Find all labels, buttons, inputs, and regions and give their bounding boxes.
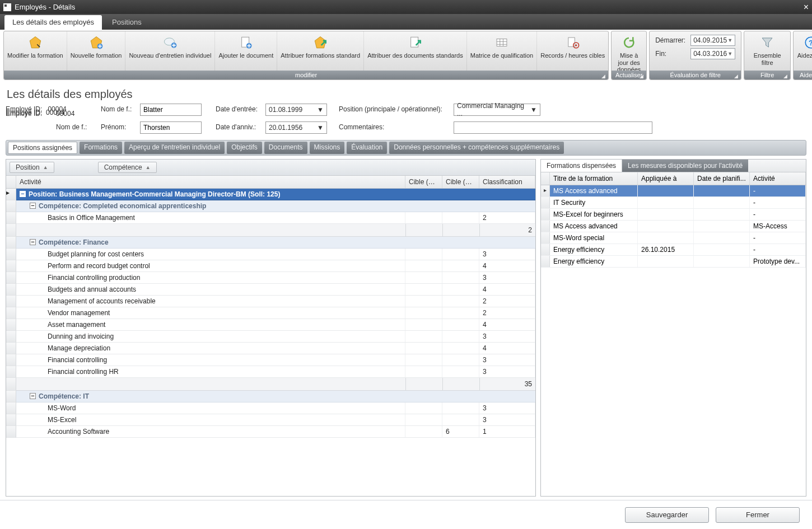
badge-plus-icon [88,35,104,50]
group-by-competence[interactable]: Compétence▲ [98,162,157,173]
rtab-formations-dispensees[interactable]: Formations dispensées [541,160,622,172]
table-row[interactable]: Management of accounts receivable2 [16,296,535,307]
row-indicator[interactable] [6,200,16,212]
tab-positions[interactable]: Positions [104,15,150,30]
row-indicator[interactable] [6,354,16,366]
rtab-mesures-disponibles[interactable]: Les mesures disponibles pour l'activité [622,160,748,172]
table-row[interactable]: Financial controlling3 [16,354,535,366]
subtab-positions-assignees[interactable]: Positions assignées [8,142,77,154]
row-indicator[interactable] [6,237,16,249]
sort-asc-icon: ▲ [43,165,48,170]
row-indicator[interactable] [6,272,16,284]
rcol-plan-date[interactable]: Date de planifi... [694,172,750,185]
subtab-objectives[interactable]: Objectifs [227,142,262,154]
row-indicator[interactable] [6,378,16,391]
group-row-competence[interactable]: −Compétence: Finance [16,237,535,249]
rcol-applied[interactable]: Appliquée à [638,172,694,185]
activities-grid: Position▲ Compétence▲ Activité Cible (h)… [6,159,536,497]
training-row[interactable]: MS-Excel for beginners- [541,209,806,221]
position-select[interactable]: Commercial Managing ...▼ [454,104,540,116]
entry-date-picker[interactable]: 01.08.1999▼ [265,104,327,116]
col-classification[interactable]: Classification [479,176,535,188]
table-row[interactable]: Manage depreciation4 [16,343,535,354]
table-row[interactable]: MS-Word3 [16,402,535,414]
training-row[interactable]: Energy efficiencyPrototype dev... [541,256,806,268]
row-indicator[interactable] [6,391,16,402]
group-row-competence[interactable]: −Compétence: Completed economical appren… [16,200,535,212]
row-indicator[interactable] [6,260,16,272]
col-cible1[interactable]: Cible (h)... [405,176,442,188]
table-row[interactable]: Financial controlling production3 [16,272,535,284]
save-button[interactable]: Sauvegarder [625,507,709,523]
collapse-icon[interactable]: − [30,239,36,245]
group-row-competence[interactable]: −Compétence: IT [16,391,535,402]
subtab-evaluation[interactable]: Évaluation [347,142,387,154]
firstname-field[interactable] [140,121,202,134]
table-row[interactable]: Asset management4 [16,319,535,331]
collapse-icon[interactable]: − [30,393,36,399]
row-indicator[interactable] [6,212,16,224]
col-activity[interactable]: Activité [16,176,405,188]
subtab-missions[interactable]: Missions [310,142,345,154]
end-date-picker[interactable]: 04.03.2016▼ [690,48,735,59]
group-launcher-icon[interactable]: ◢ [640,73,645,79]
col-cible2[interactable]: Cible (h)... [442,176,479,188]
tab-employee-details[interactable]: Les détails des employés [4,15,102,30]
table-row[interactable]: Accounting Software61 [16,426,535,438]
group-by-position[interactable]: Position▲ [10,162,54,173]
rcol-title[interactable]: Titre de la formation [550,172,638,185]
row-indicator[interactable] [6,426,16,438]
training-row[interactable]: Energy efficiency26.10.2015- [541,244,806,256]
table-row[interactable]: Vendor management2 [16,307,535,319]
table-row[interactable]: MS-Excel3 [16,414,535,426]
help-icon: ? [803,35,812,50]
collapse-icon[interactable]: − [20,191,26,197]
birth-date-picker[interactable]: 20.01.1956▼ [265,121,327,134]
group-launcher-icon[interactable]: ◢ [601,73,607,79]
table-row[interactable]: Perform and record budget control4 [16,260,535,272]
row-indicator[interactable] [6,296,16,307]
row-indicator[interactable] [6,366,16,378]
lastname-field[interactable] [140,104,202,116]
row-indicator[interactable] [6,319,16,331]
group-launcher-icon[interactable]: ◢ [783,73,789,79]
row-indicator[interactable] [6,249,16,260]
ribbon-group-modifier: modifier [4,71,608,79]
table-row[interactable]: Financial controlling HR3 [16,366,535,378]
training-row[interactable]: ▸MS Access advanced- [541,185,806,197]
svg-text:?: ? [809,39,812,47]
subtab-personal-data[interactable]: Données personnelles + compétences suppl… [389,142,564,154]
report-target-icon [565,35,581,50]
subtab-documents[interactable]: Documents [264,142,307,154]
comments-field[interactable] [454,121,652,134]
row-indicator[interactable] [6,224,16,237]
close-icon[interactable]: × [804,2,809,12]
close-button[interactable]: Fermer [716,507,800,523]
row-indicator[interactable] [6,331,16,343]
subtab-interview-overview[interactable]: Aperçu de l'entretien individuel [124,142,225,154]
table-row[interactable]: Budget planning for cost centers3 [16,249,535,260]
table-row[interactable]: Dunning and invoicing3 [16,331,535,343]
group-row-position[interactable]: −Position: Business Management-Commercia… [16,189,535,200]
row-indicator[interactable] [6,307,16,319]
row-indicator[interactable]: ▸ [6,189,16,200]
rcol-activity[interactable]: Activité [750,172,806,185]
row-indicator[interactable] [6,284,16,296]
collapse-icon[interactable]: − [30,203,36,209]
subtab-formations[interactable]: Formations [80,142,122,154]
row-indicator[interactable] [6,414,16,426]
page-title: Les détails des employés [7,88,805,101]
refresh-icon [621,35,637,50]
group-launcher-icon[interactable]: ◢ [734,73,740,79]
training-row[interactable]: IT Security- [541,197,806,209]
main-tabs: Les détails des employés Positions [0,14,812,30]
footer: Sauvegarder Fermer [0,500,812,529]
row-indicator[interactable] [6,402,16,414]
table-row[interactable]: Budgets and annual accounts4 [16,284,535,296]
table-row[interactable]: Basics in Office Management2 [16,212,535,224]
ribbon-group-filter-eval: Démarrer: 04.09.2015▼ Fin: 04.03.2016▼ É… [649,31,741,80]
training-row[interactable]: MS Access advancedMS-Access [541,221,806,232]
row-indicator[interactable] [6,343,16,354]
training-row[interactable]: MS-Word special- [541,232,806,244]
start-date-picker[interactable]: 04.09.2015▼ [690,35,735,46]
